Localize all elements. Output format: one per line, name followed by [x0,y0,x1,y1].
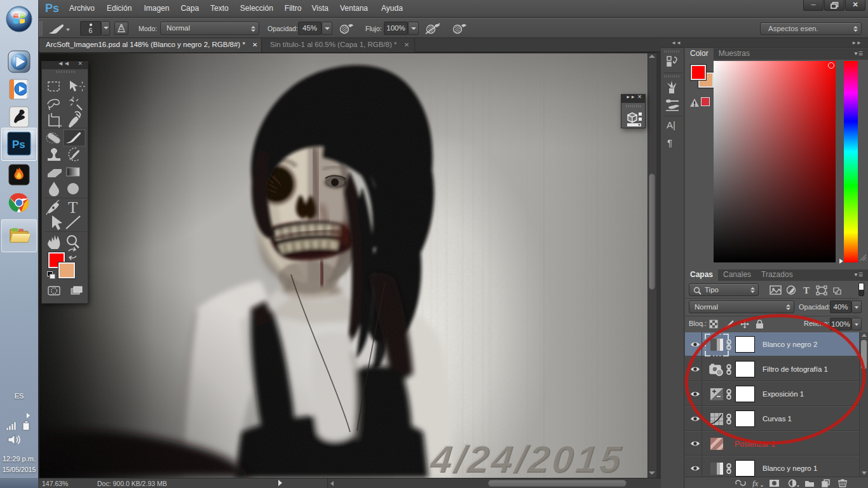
svg-text:T: T [803,285,810,295]
svg-text:Ps: Ps [12,139,25,151]
svg-text:T: T [68,199,78,216]
svg-text:fx: fx [752,478,759,487]
